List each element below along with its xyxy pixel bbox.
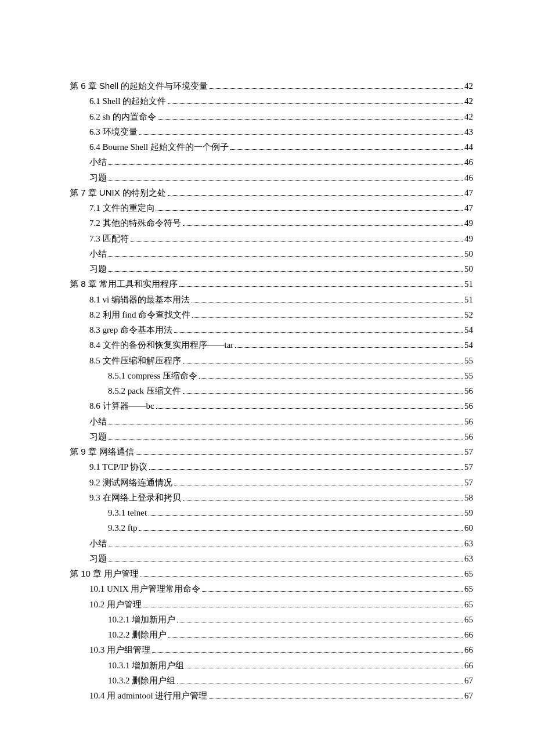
toc-entry[interactable]: 9.3.1 telnet59 [70,505,473,520]
toc-entry[interactable]: 8.4 文件的备份和恢复实用程序——tar54 [70,337,473,352]
toc-leader-dots [183,355,463,363]
toc-leader-dots [183,218,463,226]
toc-entry[interactable]: 7.3 匹配符49 [70,231,473,246]
toc-entry[interactable]: 10.3.2 删除用户组67 [70,673,473,688]
toc-entry-label: 8.6 计算器——bc [89,398,154,413]
toc-entry[interactable]: 小结50 [70,246,473,261]
toc-entry[interactable]: 7.2 其他的特殊命令符号49 [70,215,473,231]
toc-entry[interactable]: 习题50 [70,261,473,276]
toc-entry[interactable]: 6.4 Bourne Shell 起始文件的一个例子44 [70,139,473,154]
toc-entry-page: 66 [464,642,473,657]
toc-leader-dots [139,523,463,531]
toc-leader-dots [109,431,463,440]
toc-leader-dots [202,584,463,592]
toc-entry-page: 66 [464,658,473,673]
toc-entry[interactable]: 9.3 在网络上登录和拷贝58 [70,490,473,505]
toc-entry[interactable]: 小结46 [70,154,473,170]
toc-entry[interactable]: 10.3 用户组管理66 [70,642,473,657]
toc-entry-page: 67 [464,688,473,703]
toc-entry-page: 44 [464,139,473,154]
toc-leader-dots [174,477,463,485]
toc-entry[interactable]: 小结63 [70,536,473,551]
toc-entry[interactable]: 10.4 用 admintool 进行用户管理67 [70,688,473,703]
toc-entry[interactable]: 第 10 章 用户管理65 [70,566,473,581]
toc-entry[interactable]: 习题46 [70,170,473,185]
toc-entry-page: 47 [464,200,473,215]
toc-entry-page: 60 [464,520,473,535]
toc-entry-page: 65 [464,566,473,581]
toc-entry-page: 51 [464,292,473,307]
toc-entry-label: 9.3.1 telnet [108,505,147,520]
toc-entry-label: 习题 [89,551,107,566]
toc-leader-dots [109,538,463,546]
toc-entry[interactable]: 8.5 文件压缩和解压程序55 [70,353,473,368]
toc-entry[interactable]: 小结56 [70,414,473,429]
toc-leader-dots [156,401,463,409]
toc-entry-label: 小结 [89,246,107,261]
toc-leader-dots [109,172,463,181]
toc-leader-dots [136,447,463,455]
toc-entry[interactable]: 8.2 利用 find 命令查找文件52 [70,307,473,322]
toc-entry-page: 50 [464,246,473,261]
toc-entry-page: 65 [464,597,473,612]
toc-entry-label: 8.5.1 compress 压缩命令 [108,368,197,383]
toc-entry[interactable]: 6.3 环境变量43 [70,124,473,139]
toc-entry[interactable]: 9.3.2 ftp60 [70,520,473,535]
toc-entry-label: 第 10 章 用户管理 [70,566,139,581]
toc-leader-dots [199,370,463,379]
table-of-contents: 第 6 章 Shell 的起始文件与环境变量426.1 Shell 的起始文件4… [70,78,473,703]
toc-entry[interactable]: 9.2 测试网络连通情况57 [70,475,473,490]
toc-entry[interactable]: 第 8 章 常用工具和实用程序51 [70,276,473,291]
toc-entry-page: 46 [464,170,473,185]
toc-entry-label: 小结 [89,414,107,429]
toc-entry-label: 第 8 章 常用工具和实用程序 [70,276,178,291]
toc-entry-page: 59 [464,505,473,520]
toc-entry-label: 10.3 用户组管理 [89,642,150,657]
toc-leader-dots [109,157,463,165]
toc-entry[interactable]: 9.1 TCP/IP 协议57 [70,459,473,474]
toc-entry-page: 65 [464,581,473,596]
toc-entry-label: 6.2 sh 的内置命令 [89,109,156,124]
toc-leader-dots [168,629,463,638]
toc-entry-page: 50 [464,261,473,276]
toc-leader-dots [152,645,463,653]
toc-entry[interactable]: 8.6 计算器——bc56 [70,398,473,413]
toc-entry[interactable]: 8.5.2 pack 压缩文件56 [70,383,473,398]
toc-leader-dots [183,386,463,394]
toc-entry[interactable]: 10.3.1 增加新用户组66 [70,658,473,673]
toc-leader-dots [174,325,463,333]
toc-entry[interactable]: 8.1 vi 编辑器的最基本用法51 [70,292,473,307]
toc-entry-label: 7.2 其他的特殊命令符号 [89,215,181,231]
toc-entry[interactable]: 6.2 sh 的内置命令42 [70,109,473,124]
toc-leader-dots [235,340,463,348]
toc-entry[interactable]: 10.2.1 增加新用户65 [70,612,473,627]
toc-entry[interactable]: 第 9 章 网络通信57 [70,444,473,459]
toc-entry-label: 10.4 用 admintool 进行用户管理 [89,688,207,703]
toc-entry[interactable]: 第 6 章 Shell 的起始文件与环境变量42 [70,78,473,93]
toc-leader-dots [192,309,463,318]
toc-entry-label: 10.3.2 删除用户组 [108,673,175,688]
toc-entry[interactable]: 10.2 用户管理65 [70,597,473,612]
toc-entry[interactable]: 8.5.1 compress 压缩命令55 [70,368,473,383]
toc-entry[interactable]: 习题63 [70,551,473,566]
toc-entry-label: 8.5 文件压缩和解压程序 [89,353,181,368]
toc-entry-page: 56 [464,398,473,413]
toc-entry-page: 56 [464,429,473,444]
toc-leader-dots [131,233,463,242]
toc-entry[interactable]: 习题56 [70,429,473,444]
toc-entry-label: 6.4 Bourne Shell 起始文件的一个例子 [89,139,229,154]
toc-entry[interactable]: 10.1 UNIX 用户管理常用命令65 [70,581,473,596]
toc-entry[interactable]: 8.3 grep 命令基本用法54 [70,322,473,337]
toc-entry[interactable]: 7.1 文件的重定向47 [70,200,473,215]
toc-entry[interactable]: 第 7 章 UNIX 的特别之处47 [70,185,473,200]
toc-entry[interactable]: 10.2.2 删除用户66 [70,627,473,642]
toc-entry-label: 习题 [89,261,107,276]
toc-entry-label: 第 7 章 UNIX 的特别之处 [70,185,166,200]
toc-entry[interactable]: 6.1 Shell 的起始文件42 [70,93,473,109]
toc-entry-page: 55 [464,353,473,368]
toc-entry-label: 8.5.2 pack 压缩文件 [108,383,181,398]
toc-entry-label: 8.4 文件的备份和恢复实用程序——tar [89,337,233,352]
toc-entry-label: 小结 [89,154,107,170]
toc-entry-page: 63 [464,536,473,551]
toc-entry-label: 7.3 匹配符 [89,231,129,246]
